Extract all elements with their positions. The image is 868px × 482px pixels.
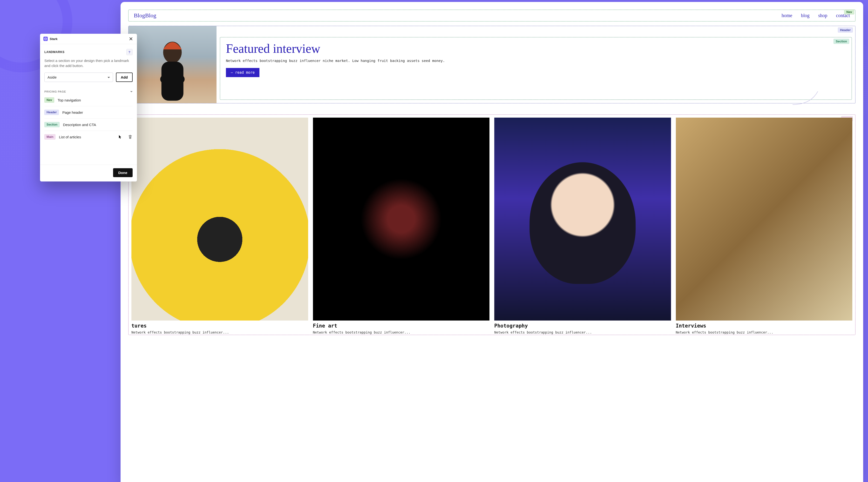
- card-image: [313, 118, 490, 321]
- card-title: Photography: [494, 323, 671, 329]
- design-canvas: BlogBlog home blog shop contact Nav Head…: [121, 2, 863, 482]
- landmarks-label: LANDMARKS: [44, 51, 65, 54]
- landmark-list: Nav Top navigation Header Page header Se…: [44, 94, 133, 143]
- article-card[interactable]: tures Network effects bootstrapping buzz…: [131, 118, 308, 335]
- landmark-section-region[interactable]: Section Featured interview Network effec…: [220, 37, 852, 100]
- card-body: Network effects bootstrapping buzz influ…: [313, 330, 490, 335]
- nav-links: home blog shop contact: [781, 13, 850, 18]
- svg-rect-2: [160, 75, 185, 83]
- featured-body: Network effects bootstrapping buzz influ…: [226, 58, 846, 63]
- card-body: Network effects bootstrapping buzz influ…: [494, 330, 671, 335]
- cursor-icon: [119, 135, 122, 139]
- row-badge: Section: [44, 122, 60, 127]
- section-badge: Section: [834, 39, 849, 44]
- card-title: Interviews: [676, 323, 852, 329]
- nav-link-blog[interactable]: blog: [801, 13, 810, 18]
- done-button[interactable]: Done: [113, 168, 133, 177]
- landmark-row[interactable]: Header Page header: [44, 106, 133, 119]
- row-text: List of articles: [59, 135, 81, 139]
- card-image: [131, 118, 308, 321]
- landmark-main-region[interactable]: Main tures Network effects bootstrapping…: [128, 115, 856, 335]
- select-value: Aside: [48, 75, 57, 79]
- group-toggle[interactable]: PRICING PAGE: [44, 90, 133, 93]
- panel-title: Stark: [50, 37, 58, 41]
- row-badge: Main: [44, 134, 56, 139]
- hint-text: Select a section on your design then pic…: [44, 58, 133, 68]
- article-card[interactable]: Photography Network effects bootstrappin…: [494, 118, 671, 335]
- read-more-button[interactable]: — read more: [226, 68, 259, 77]
- row-text: Top navigation: [58, 98, 81, 102]
- landmark-row[interactable]: Section Description and CTA: [44, 119, 133, 131]
- landmark-select[interactable]: Aside: [44, 72, 113, 82]
- help-button[interactable]: ?: [126, 49, 133, 55]
- card-title: tures: [131, 323, 308, 329]
- nav-badge: Nav: [844, 9, 854, 14]
- nav-link-home[interactable]: home: [781, 13, 792, 18]
- hero-person-illustration: [135, 30, 210, 103]
- decorative-swirl: [791, 84, 823, 106]
- landmark-nav-region[interactable]: BlogBlog home blog shop contact Nav: [128, 10, 856, 22]
- landmark-row[interactable]: Nav Top navigation: [44, 94, 133, 106]
- card-image: [676, 118, 852, 321]
- card-image: [494, 118, 671, 321]
- card-body: Network effects bootstrapping buzz influ…: [676, 330, 852, 335]
- featured-title: Featured interview: [226, 42, 846, 55]
- article-card[interactable]: Interviews Network effects bootstrapping…: [676, 118, 852, 335]
- row-badge: Nav: [44, 97, 54, 103]
- landmark-row[interactable]: Main List of articles: [44, 131, 133, 143]
- stark-panel: Stark LANDMARKS ? Select a section on yo…: [40, 34, 137, 182]
- close-icon[interactable]: [128, 36, 133, 41]
- card-title: Fine art: [313, 323, 490, 329]
- card-body: Network effects bootstrapping buzz influ…: [131, 330, 308, 335]
- trash-icon[interactable]: [128, 134, 133, 139]
- stark-logo-icon: [43, 37, 48, 41]
- landmark-header-region[interactable]: Header Section Featured interview Networ…: [128, 26, 856, 103]
- nav-link-shop[interactable]: shop: [818, 13, 827, 18]
- hero-image: [128, 26, 217, 103]
- row-text: Page header: [62, 110, 83, 115]
- row-text: Description and CTA: [63, 123, 96, 127]
- add-button[interactable]: Add: [116, 72, 133, 82]
- header-badge: Header: [838, 28, 853, 33]
- panel-header: Stark: [40, 34, 137, 44]
- row-badge: Header: [44, 110, 59, 115]
- site-logo: BlogBlog: [134, 12, 156, 19]
- article-card[interactable]: Fine art Network effects bootstrapping b…: [313, 118, 490, 335]
